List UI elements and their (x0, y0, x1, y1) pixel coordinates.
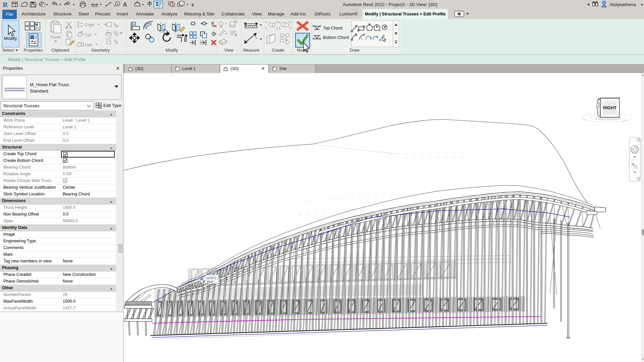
svg-text:Properties: Properties (24, 48, 43, 53)
svg-text:4000: 4000 (207, 280, 213, 284)
svg-text:Bottom Chord: Bottom Chord (323, 35, 349, 40)
svg-text:Cope: Cope (85, 22, 95, 27)
svg-text:1: 1 (117, 2, 118, 6)
svg-text:Autodesk Revit 2022 - Project1: Autodesk Revit 2022 - Project1 - 3D View… (343, 2, 437, 7)
svg-text:Mode: Mode (297, 48, 307, 53)
svg-text:Modify: Modify (166, 48, 178, 53)
svg-text:Paste: Paste (50, 35, 61, 40)
svg-text:Level 2: Level 2 (207, 276, 216, 280)
svg-text:RIGHT: RIGHT (603, 105, 617, 110)
svg-text:View: View (224, 48, 234, 53)
svg-text:Cut: Cut (85, 33, 91, 37)
svg-text:Create: Create (272, 48, 284, 53)
svg-text:Measure: Measure (243, 48, 260, 53)
svg-text:Join: Join (85, 43, 92, 47)
svg-text:A: A (123, 1, 127, 8)
svg-text:R: R (3, 1, 8, 9)
svg-text:Draw: Draw (350, 48, 360, 53)
svg-text:Clipboard: Clipboard (51, 48, 69, 53)
svg-text:Modify: Modify (4, 36, 17, 41)
svg-text:Select: Select (2, 48, 14, 53)
svg-text:Top Chord: Top Chord (323, 26, 342, 31)
svg-text:Geometry: Geometry (92, 48, 110, 53)
svg-text:Atolyeathena: Atolyeathena (609, 2, 636, 7)
